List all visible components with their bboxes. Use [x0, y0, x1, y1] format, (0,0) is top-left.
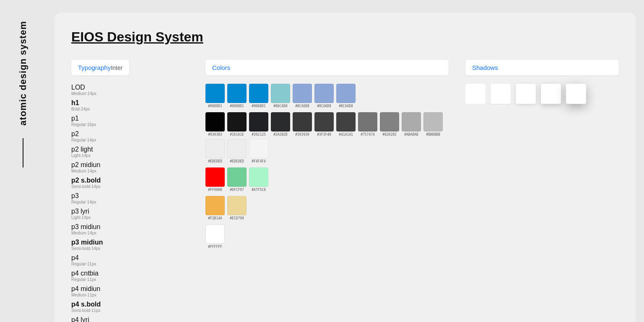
typography-item: LODMedium·14px	[71, 84, 189, 96]
color-swatch: #393939	[293, 112, 312, 137]
color-swatch-box	[205, 167, 225, 187]
color-swatch-box	[205, 196, 225, 215]
typography-item: p4 cntbiaRegular·11px	[71, 270, 189, 282]
color-swatch-label: #ABABAB	[404, 133, 418, 137]
typography-item-label: p4 lyri	[71, 316, 189, 322]
color-swatch-label: #0088D1	[252, 104, 266, 108]
color-swatch: #8CA6D8	[336, 84, 356, 108]
color-swatch: #6FCF97	[227, 167, 247, 192]
color-swatch-label: #FF0000	[208, 188, 222, 192]
color-swatch: #0088D1	[205, 84, 225, 108]
color-swatch-box	[249, 167, 268, 187]
typography-item-label: p4 cntbia	[71, 270, 189, 277]
color-swatch-label: #FFFFFF	[208, 245, 222, 249]
typography-item-label: p2 light	[71, 146, 189, 153]
typography-item-desc: Semi-bold·14px	[71, 246, 189, 251]
color-swatch: #202125	[249, 112, 268, 137]
typography-list: LODMedium·14pxh1Bold·24pxp1Regular·16pxp…	[71, 84, 189, 322]
color-swatch-box	[205, 139, 225, 158]
color-swatch-label: #ECD799	[230, 216, 244, 220]
color-swatch-box	[314, 112, 334, 131]
typography-item-desc: Regular·16px	[71, 122, 189, 127]
color-swatch: #828282	[380, 112, 399, 137]
color-swatch-label: #0088D1	[230, 104, 244, 108]
main-panel: EIOS Design System Typography Inter LODM…	[55, 13, 636, 322]
color-swatch-box	[336, 84, 356, 103]
color-swatch-box	[402, 112, 421, 131]
typography-item-label: p4	[71, 254, 189, 262]
typography-item: p1Regular·16px	[71, 115, 189, 127]
typography-item-label: p4 s.bold	[71, 301, 189, 308]
typography-item-label: LOD	[71, 84, 189, 91]
color-swatches: #0088D1#0088D1#0088D1#86CAD0#8CA6D8#8CA6…	[205, 84, 449, 249]
colors-tab-label: Colors	[212, 64, 230, 71]
color-swatch: #F4F4F4	[249, 139, 268, 163]
shadow-swatch-box	[566, 84, 586, 104]
color-swatch-box	[227, 84, 247, 103]
color-swatch: #030303	[205, 112, 225, 137]
color-swatch-box	[227, 112, 247, 131]
color-row: #FFFFFF	[205, 224, 449, 249]
color-swatch-box	[293, 112, 312, 131]
shadow-swatches	[465, 84, 619, 104]
typography-item-label: p3	[71, 192, 189, 200]
color-swatch-label: #757474	[361, 133, 375, 137]
typography-tab[interactable]: Typography Inter	[71, 60, 129, 75]
color-swatch-label: #828282	[382, 133, 397, 137]
typography-column: Typography Inter LODMedium·14pxh1Bold·24…	[71, 60, 189, 322]
color-swatch-box	[249, 112, 268, 131]
color-swatch-box	[205, 84, 225, 103]
color-swatch: #8CA6D8	[314, 84, 334, 108]
sidebar-title: atomic design system	[18, 21, 28, 126]
typography-item-label: h1	[71, 99, 189, 107]
color-row: #FF0000#6FCF97#A7F5C8	[205, 167, 449, 192]
typography-item: p4 midiunMedium·11px	[71, 285, 189, 297]
color-swatch: #757474	[358, 112, 377, 137]
typography-item-label: p2 s.bold	[71, 177, 189, 184]
typography-item-desc: Regular·14px	[71, 138, 189, 142]
typography-item-label: p4 midiun	[71, 285, 189, 293]
color-swatch-box	[271, 112, 290, 131]
typography-item-label: p1	[71, 115, 189, 122]
typography-item-desc: Medium·14px	[71, 91, 189, 96]
typography-item: p3 lyriLight·14px	[71, 208, 189, 220]
color-swatch: #ECD799	[227, 196, 247, 220]
color-row: #0088D1#0088D1#0088D1#86CAD0#8CA6D8#8CA6…	[205, 84, 449, 108]
color-swatch: #BBBBBB	[423, 112, 443, 137]
shadow-swatch-box	[465, 84, 486, 104]
typography-item-desc: Semi-bold·11px	[71, 308, 189, 313]
typography-item-label: p3 lyri	[71, 208, 189, 215]
color-swatch-label: #16161E	[230, 133, 244, 137]
typography-item-desc: Bold·24px	[71, 107, 189, 111]
typography-item-label: p3 midiun	[71, 223, 189, 231]
color-swatch-box	[205, 112, 225, 131]
color-swatch: #2A2B2D	[271, 112, 290, 137]
color-swatch-box	[358, 112, 377, 131]
color-swatch-box	[293, 84, 312, 103]
color-swatch-box	[314, 84, 334, 103]
typography-item: p3Regular·14px	[71, 192, 189, 204]
color-swatch-label: #8CA6D8	[339, 104, 353, 108]
shadow-swatch-box	[491, 84, 511, 104]
typography-item-desc: Regular·14px	[71, 200, 189, 204]
color-swatch-label: #BBBBBB	[426, 133, 440, 137]
color-swatch-label: #EDEDED	[230, 160, 244, 163]
color-swatch: #ABABAB	[402, 112, 421, 137]
typography-tab-right: Inter	[111, 64, 122, 71]
typography-item-label: p2	[71, 130, 189, 138]
color-swatch-label: #202125	[252, 133, 266, 137]
sidebar: atomic design system	[0, 13, 46, 322]
panel-title: EIOS Design System	[71, 29, 619, 45]
color-swatch: #414141	[336, 112, 356, 137]
shadows-tab-label: Shadows	[472, 64, 498, 71]
typography-item-desc: Medium·11px	[71, 293, 189, 297]
color-swatch-label: #EDEDED	[208, 160, 222, 163]
color-swatch: #0088D1	[249, 84, 268, 108]
typography-item: p3 midiunSemi-bold·14px	[71, 239, 189, 251]
shadows-tab[interactable]: Shadows	[465, 60, 619, 75]
typography-item-desc: Medium·14px	[71, 231, 189, 235]
color-row: #030303#16161E#202125#2A2B2D#393939#3F3F…	[205, 112, 449, 163]
typography-item: p4Regular·11px	[71, 254, 189, 266]
colors-tab[interactable]: Colors	[205, 60, 449, 75]
typography-item-label: p3 midiun	[71, 239, 189, 246]
